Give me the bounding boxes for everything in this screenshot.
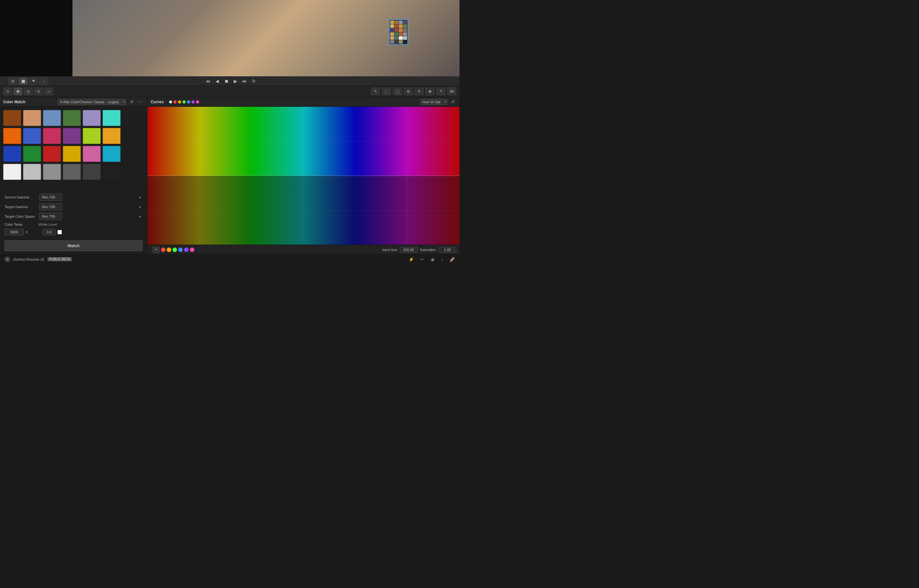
- flood-btn[interactable]: ▾: [415, 87, 423, 95]
- swatch-4-5[interactable]: [83, 164, 101, 180]
- color-dot-red[interactable]: [161, 247, 165, 252]
- hue-vs-sat-select[interactable]: Hue Vs Sat: [420, 99, 447, 105]
- reset-btn[interactable]: ↺: [128, 99, 135, 105]
- input-hue-label: Input Hue: [382, 248, 397, 252]
- swatch-4-4[interactable]: [63, 164, 81, 180]
- color-dot-pink[interactable]: [190, 247, 194, 252]
- windows-btn[interactable]: ▭: [44, 87, 53, 95]
- checker-select[interactable]: X-Rite ColorChecker Classic - Legacy: [58, 99, 126, 105]
- clip-view-btn[interactable]: ▦: [19, 77, 27, 85]
- swatch-1-4[interactable]: [63, 110, 81, 126]
- swatch-2-5[interactable]: [83, 128, 101, 144]
- 3d-btn[interactable]: 3D: [447, 87, 456, 95]
- swatches-area: [0, 107, 147, 190]
- saturation-label: Saturation: [420, 248, 436, 252]
- color-dot-orange[interactable]: [167, 247, 171, 252]
- curves-header: Curves Hue Vs Sat ▾ ↺: [147, 97, 460, 107]
- swatch-4-3[interactable]: [43, 164, 61, 180]
- color-checker-overlay[interactable]: [389, 19, 408, 45]
- beta-badge: PUBLIC BETA: [47, 257, 72, 261]
- status-bar: ✦ DaVinci Resolve 15 PUBLIC BETA ⚡ ✂ ◉ ♪…: [0, 254, 460, 264]
- match-button[interactable]: Match: [5, 241, 143, 251]
- curve-dot-purple[interactable]: [191, 100, 195, 103]
- swatch-1-5[interactable]: [83, 110, 101, 126]
- color-temp-input[interactable]: [5, 229, 24, 235]
- hue-vs-sat-canvas[interactable]: [147, 107, 460, 245]
- hue-dropdown-wrapper: Hue Vs Sat ▾: [420, 99, 447, 105]
- white-level-checkbox[interactable]: [57, 230, 62, 234]
- swatches-row-2: [3, 128, 144, 144]
- video-area: [0, 0, 460, 76]
- color-dot-blue[interactable]: [178, 247, 183, 252]
- swatch-1-6[interactable]: [103, 110, 121, 126]
- curve-dot-blue[interactable]: [187, 100, 190, 103]
- target-colorspace-label: Target Color Space: [5, 215, 37, 218]
- skip-back-btn[interactable]: ⏮: [205, 78, 212, 84]
- warp-btn[interactable]: ↰: [436, 87, 446, 95]
- curve-dot-white[interactable]: [169, 100, 172, 103]
- swatch-3-3[interactable]: [43, 146, 61, 162]
- node-editor-btn[interactable]: ⊙: [3, 87, 12, 95]
- flag-btn[interactable]: ⚑: [29, 77, 38, 85]
- swatch-2-1[interactable]: [3, 128, 21, 144]
- color-dot-green[interactable]: [173, 247, 177, 252]
- qualifiers-btn[interactable]: ⊘: [34, 87, 43, 95]
- grid-view-btn[interactable]: ⊞: [8, 77, 17, 85]
- swatch-4-2[interactable]: [23, 164, 41, 180]
- swatch-2-3[interactable]: [43, 128, 61, 144]
- step-back-btn[interactable]: ◀: [214, 78, 220, 84]
- color-temp-row: Color Temp White Level: [5, 223, 143, 226]
- swatch-3-1[interactable]: [3, 146, 21, 162]
- status-edit-icon[interactable]: ✂: [420, 257, 424, 262]
- audio-btn[interactable]: ♪: [39, 77, 48, 85]
- swatch-2-6[interactable]: [103, 128, 121, 144]
- curves-reset-btn[interactable]: ↺: [449, 99, 456, 105]
- swatch-3-5[interactable]: [83, 146, 101, 162]
- swatch-4-1[interactable]: [3, 164, 21, 180]
- curve-dot-red[interactable]: [173, 100, 177, 103]
- status-deliver-icon[interactable]: 🚀: [449, 257, 455, 262]
- crosshair-btn[interactable]: ⊕: [404, 87, 413, 95]
- swatch-4-6[interactable]: [103, 164, 121, 180]
- swatch-3-6[interactable]: [103, 146, 121, 162]
- curve-dot-orange[interactable]: [178, 100, 181, 103]
- swatch-3-4[interactable]: [63, 146, 81, 162]
- curve-dot-green[interactable]: [183, 100, 186, 103]
- video-left-panel: [0, 0, 73, 76]
- target-colorspace-select[interactable]: Rec.709: [39, 213, 62, 220]
- color-match-title: Color Match: [3, 100, 25, 104]
- status-cut-icon[interactable]: ⚡: [409, 257, 414, 262]
- target-gamma-select[interactable]: Rec.709: [39, 203, 62, 210]
- face-btn[interactable]: ☻: [425, 87, 434, 95]
- saturation-field[interactable]: [439, 247, 456, 253]
- circle-btn[interactable]: ◯: [393, 87, 402, 95]
- picker-btn[interactable]: ⬚: [382, 87, 391, 95]
- swatch-1-3[interactable]: [43, 110, 61, 126]
- loop-btn[interactable]: ↻: [251, 78, 257, 84]
- eyedropper-tool-btn[interactable]: ✏: [153, 247, 160, 253]
- video-preview[interactable]: [73, 0, 460, 76]
- video-frame: [73, 0, 460, 76]
- curve-dot-pink[interactable]: [196, 100, 199, 103]
- source-gamma-select[interactable]: Rec.709: [39, 194, 62, 201]
- swatch-2-2[interactable]: [23, 128, 41, 144]
- curves-btn[interactable]: ◎: [24, 87, 33, 95]
- color-wheels-btn[interactable]: ⊕: [13, 87, 23, 95]
- swatch-2-4[interactable]: [63, 128, 81, 144]
- swatch-3-2[interactable]: [23, 146, 41, 162]
- status-color-icon[interactable]: ◉: [431, 257, 434, 262]
- color-dot-purple[interactable]: [184, 247, 189, 252]
- swatch-1-1[interactable]: [3, 110, 21, 126]
- white-level-input[interactable]: [43, 229, 55, 235]
- stop-btn[interactable]: ⏹: [223, 78, 230, 84]
- eyedropper-btn[interactable]: ✎: [371, 87, 380, 95]
- play-btn[interactable]: ▶: [233, 78, 239, 84]
- tool-bar-right: ✎ ⬚ ◯ ⊕ ▾ ☻ ↰ 3D: [371, 87, 456, 95]
- swatch-1-2[interactable]: [23, 110, 41, 126]
- input-hue-field[interactable]: [400, 247, 417, 253]
- davinci-logo: ✦: [5, 257, 10, 262]
- status-fairlight-icon[interactable]: ♪: [441, 257, 443, 262]
- status-bar-right: ⚡ ✂ ◉ ♪ 🚀: [409, 257, 455, 262]
- more-btn[interactable]: ⋯: [137, 99, 144, 105]
- skip-forward-btn[interactable]: ⏭: [241, 78, 248, 84]
